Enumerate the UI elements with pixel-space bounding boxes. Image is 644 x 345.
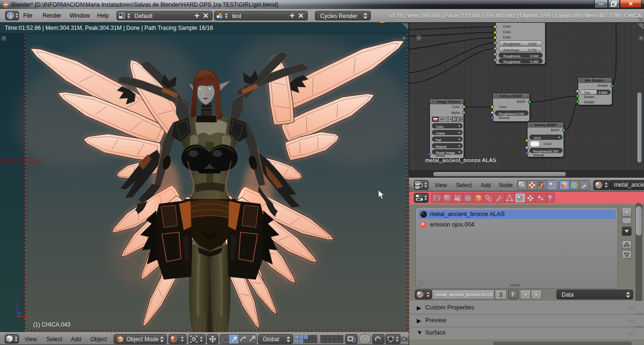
svg-text:z: z bbox=[15, 300, 18, 305]
svg-text:i: i bbox=[9, 13, 11, 18]
svg-text:y: y bbox=[18, 310, 21, 315]
